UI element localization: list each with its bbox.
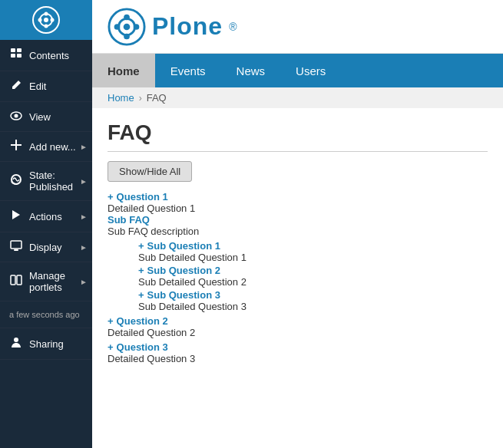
sidebar-item-contents[interactable]: Contents [0, 40, 92, 71]
sidebar-item-display[interactable]: Display ► [0, 232, 92, 262]
plone-icon [32, 6, 60, 34]
svg-rect-21 [17, 275, 22, 285]
svg-rect-18 [11, 241, 22, 249]
sub-detail-1-1: Sub Detailed Question 1 [138, 252, 488, 263]
svg-rect-9 [11, 54, 15, 58]
svg-rect-7 [11, 48, 15, 52]
breadcrumb-current: FAQ [147, 92, 167, 104]
plus-icon-1: + [108, 191, 114, 203]
actions-icon [9, 209, 23, 224]
sidebar-item-add-new[interactable]: Add new... ► [0, 132, 92, 162]
sub-question-1-3[interactable]: +Sub Question 3 [138, 289, 488, 301]
plone-logo-icon [108, 8, 146, 46]
sidebar-item-timestamp: a few seconds ago [0, 301, 92, 328]
sub-plus-icon-1-2: + [138, 265, 144, 276]
sidebar-logo [0, 0, 92, 40]
svg-rect-14 [11, 144, 22, 146]
sub-question-1-1[interactable]: +Sub Question 1 [138, 240, 488, 252]
sidebar-display-label: Display [29, 242, 62, 253]
svg-marker-17 [12, 210, 20, 219]
display-icon [9, 240, 23, 254]
manage-portlets-icon [9, 275, 23, 288]
svg-rect-10 [17, 54, 22, 58]
faq-question-2[interactable]: +Question 2 [108, 315, 488, 327]
sidebar-add-new-label: Add new... [29, 141, 76, 153]
add-new-arrow-icon: ► [80, 143, 88, 151]
sidebar-item-manage-portlets[interactable]: Manage portlets ► [0, 262, 92, 301]
sidebar-item-view[interactable]: View [0, 102, 92, 132]
sub-question-1-2[interactable]: +Sub Question 2 [138, 265, 488, 276]
svg-point-28 [124, 14, 130, 20]
nav-item-news[interactable]: News [221, 54, 281, 87]
sidebar-state-label: State: Published [29, 170, 83, 193]
breadcrumb: Home › FAQ [92, 87, 503, 108]
nav-item-events[interactable]: Events [155, 54, 221, 87]
display-arrow-icon: ► [80, 243, 88, 252]
site-header: Plone® [92, 0, 503, 54]
sidebar-edit-label: Edit [29, 81, 46, 92]
svg-point-27 [134, 24, 140, 30]
svg-point-3 [38, 18, 42, 22]
svg-point-2 [44, 18, 48, 22]
sub-plus-icon-1-3: + [138, 289, 144, 301]
plone-logo: Plone® [108, 8, 237, 46]
main-content: Plone® Home Events News Users Home › FAQ… [92, 0, 503, 448]
faq-question-1[interactable]: +Question 1 [108, 191, 488, 203]
breadcrumb-separator: › [139, 93, 142, 104]
site-name: Plone [152, 12, 223, 41]
faq-item-3: +Question 3 Detailed Question 3 [108, 341, 488, 364]
svg-point-5 [45, 12, 48, 16]
svg-rect-8 [17, 48, 22, 52]
faq-list: +Question 1 Detailed Question 1 Sub FAQ … [108, 191, 488, 364]
svg-point-29 [124, 33, 130, 39]
page-content: FAQ Show/Hide All +Question 1 Detailed Q… [92, 108, 503, 448]
manage-portlets-arrow-icon: ► [80, 278, 88, 286]
sidebar-item-state[interactable]: State: Published ► [0, 162, 92, 201]
svg-rect-19 [14, 249, 18, 251]
add-new-icon [9, 140, 23, 153]
view-icon [9, 110, 23, 124]
page-title: FAQ [108, 120, 488, 152]
nav-item-users[interactable]: Users [280, 54, 341, 87]
sidebar-item-edit[interactable]: Edit [0, 71, 92, 102]
sidebar-item-sharing[interactable]: Sharing [0, 328, 92, 360]
sidebar-timestamp-label: a few seconds ago [9, 309, 80, 320]
main-navbar: Home Events News Users [92, 54, 503, 87]
plus-icon-3: + [108, 341, 114, 353]
sub-plus-icon-1-1: + [138, 240, 144, 252]
sidebar-manage-portlets-label: Manage portlets [29, 270, 83, 293]
faq-sub-desc-1: Sub FAQ description [108, 226, 488, 237]
faq-question-3[interactable]: +Question 3 [108, 341, 488, 353]
sub-detail-1-2: Sub Detailed Question 2 [138, 276, 488, 288]
svg-point-25 [124, 23, 131, 30]
sidebar-view-label: View [29, 111, 51, 123]
show-hide-button[interactable]: Show/Hide All [108, 161, 192, 182]
state-icon [9, 173, 23, 189]
faq-detail-3: Detailed Question 3 [108, 353, 488, 364]
faq-detail-1: Detailed Question 1 [108, 203, 488, 214]
sub-item-1-3: +Sub Question 3 Sub Detailed Question 3 [138, 289, 488, 312]
sidebar-contents-label: Contents [29, 50, 69, 61]
svg-point-12 [15, 114, 18, 118]
sub-detail-1-3: Sub Detailed Question 3 [138, 301, 488, 312]
faq-sub-title-1[interactable]: Sub FAQ [108, 214, 488, 226]
svg-rect-20 [11, 275, 15, 285]
svg-point-6 [45, 25, 48, 28]
sidebar-actions-label: Actions [29, 211, 62, 222]
svg-point-4 [51, 18, 55, 22]
nav-item-home[interactable]: Home [92, 54, 155, 87]
breadcrumb-home[interactable]: Home [108, 92, 134, 104]
sub-list-1: +Sub Question 1 Sub Detailed Question 1 … [138, 240, 488, 312]
sharing-icon [9, 336, 23, 351]
sub-item-1-1: +Sub Question 1 Sub Detailed Question 1 [138, 240, 488, 263]
registered-symbol: ® [229, 21, 237, 33]
contents-icon [9, 48, 23, 63]
sidebar-item-actions[interactable]: Actions ► [0, 201, 92, 232]
sidebar: Contents Edit View Add new... ► State: P… [0, 0, 92, 448]
svg-point-26 [114, 24, 121, 30]
faq-item-1: +Question 1 Detailed Question 1 Sub FAQ … [108, 191, 488, 312]
state-arrow-icon: ► [80, 177, 88, 186]
actions-arrow-icon: ► [80, 212, 88, 221]
plus-icon-2: + [108, 315, 114, 327]
sidebar-sharing-label: Sharing [29, 338, 64, 350]
